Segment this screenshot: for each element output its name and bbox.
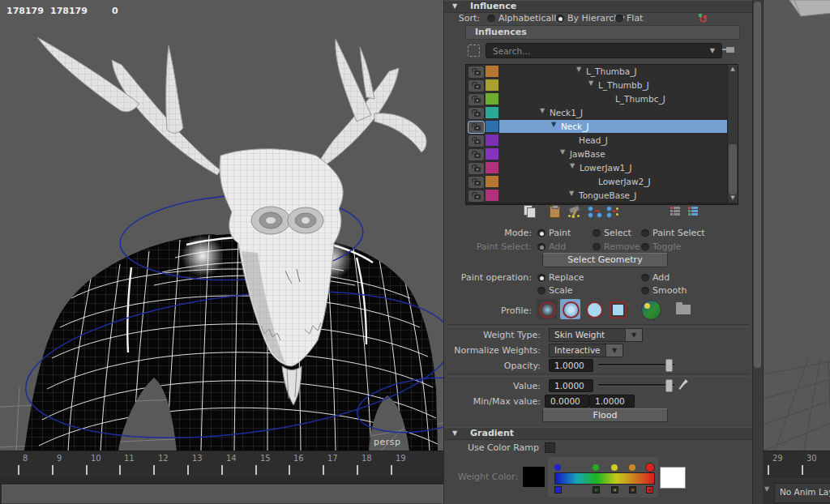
lock-icon[interactable] [468,79,485,92]
mode-paint-select-radio[interactable] [641,229,649,237]
brush-square[interactable] [607,299,627,319]
brush-soft[interactable] [560,299,580,319]
ramp-stop-delete[interactable]: ✕ [629,486,636,493]
gradient-section-header[interactable]: ▼ Gradient [444,427,753,440]
paintop-smooth-radio[interactable] [641,287,649,295]
max-value-field[interactable]: 1.0000 [589,395,635,408]
search-input[interactable] [491,45,697,58]
mode-select-radio[interactable] [593,229,601,237]
timeline-tick[interactable] [153,465,155,475]
paintop-smooth-label[interactable]: Smooth [652,285,687,296]
lock-icon[interactable] [468,162,485,175]
expander-triangle-icon[interactable]: ▼ [576,66,581,73]
expand-list-icon[interactable] [670,205,685,218]
mode-paint-select-label[interactable]: Paint Select [652,228,705,238]
lock-icon[interactable] [468,66,485,79]
viewport-right[interactable] [762,0,830,451]
timeline-tick[interactable] [187,465,189,475]
use-color-ramp-checkbox[interactable] [545,442,555,453]
influence-row[interactable]: ▼L_Thumba_J [466,65,727,79]
timeline-tick[interactable] [18,465,19,475]
lock-icon[interactable] [468,93,485,106]
brush-image-icon[interactable] [641,300,661,320]
chevron-down-icon[interactable]: ▼ [710,47,715,54]
timeline-tick[interactable] [221,465,223,475]
influence-row[interactable]: ▼L_Thumbb_J [466,79,727,93]
lock-icon[interactable] [468,135,485,147]
sort-flat-radio[interactable] [615,15,623,23]
timeline-tick[interactable] [391,465,392,475]
influence-row[interactable]: L_Thumbc_J [466,92,727,107]
hammer-weights-icon[interactable] [567,205,582,218]
brush-solid[interactable] [584,299,604,319]
joint-color-swatch[interactable] [486,93,498,105]
influence-row[interactable]: ▼Neck1_J [466,106,727,121]
ramp-stop-handle[interactable] [645,463,655,472]
weight-color-white-swatch[interactable] [660,467,686,489]
expander-triangle-icon[interactable]: ▼ [560,148,565,156]
range-slider-bar[interactable] [2,485,443,504]
joint-color-swatch[interactable] [486,148,498,160]
color-ramp-widget[interactable]: ✕✕✕✕ [548,457,658,498]
chevron-down-icon[interactable]: ▼ [605,344,622,357]
influence-row[interactable]: Head_J [466,134,727,148]
sort-alphabetically-radio[interactable] [487,15,495,23]
normalize-weights-dropdown[interactable]: Interactive ▼ [549,344,623,357]
expander-triangle-icon[interactable]: ▼ [551,121,556,128]
search-box[interactable]: ▼ [486,43,722,58]
opacity-field[interactable]: 1.0000 [549,359,593,372]
filter-icon[interactable] [468,45,480,57]
panel-scrollbar[interactable] [752,0,763,504]
folder-icon[interactable] [676,305,691,314]
sort-alphabetically-label[interactable]: Alphabetically [498,13,562,23]
expander-triangle-icon[interactable]: ▼ [588,79,593,87]
influence-row[interactable]: LowerJaw2_J [466,175,727,190]
paste-weights-icon[interactable] [548,205,563,218]
influence-row[interactable]: ▼JawBase [466,147,727,162]
timeline-tick[interactable] [802,465,803,475]
copy-weights-icon[interactable] [524,205,538,218]
flood-button[interactable]: Flood [542,408,668,422]
joint-color-swatch[interactable] [486,190,498,201]
chevron-down-icon[interactable]: ▼ [764,485,769,493]
scroll-down-icon[interactable]: ▼ [728,194,738,203]
influence-list-scrollbar[interactable]: ▲ ▼ [727,65,738,203]
panel-scrollbar-thumb[interactable] [754,2,761,368]
timeline-tick[interactable] [119,465,121,475]
influence-row[interactable]: ▼Neck_J [466,120,727,135]
mode-paint-radio[interactable] [537,229,545,237]
sort-by-hierarchy-radio[interactable] [556,15,564,23]
pin-icon[interactable] [726,47,734,53]
collapse-triangle-icon[interactable]: ▼ [452,2,457,10]
ramp-stop-handle[interactable] [593,464,599,471]
time-slider[interactable]: 8910111213141516171819 [0,451,443,479]
eyedropper-icon[interactable] [677,378,690,391]
timeline-tick[interactable] [255,465,257,475]
chevron-down-icon[interactable]: ▼ [625,329,642,341]
value-slider[interactable] [598,379,674,391]
collapse-list-icon[interactable] [688,205,703,218]
ramp-stop-delete[interactable]: ✕ [611,486,618,493]
ramp-stop-handle[interactable] [554,464,561,471]
paintop-replace-radio[interactable] [537,274,545,282]
value-field[interactable]: 1.0000 [549,379,593,392]
collapse-triangle-icon[interactable]: ▼ [452,429,457,437]
influence-row[interactable]: ▼LowerJaw1_J [466,161,727,176]
anim-layer-selector[interactable]: No Anim Layer [774,483,830,503]
joint-color-swatch[interactable] [486,66,498,77]
ramp-stop-handle[interactable] [611,464,618,471]
weight-type-dropdown[interactable]: Skin Weight ▼ [549,328,643,342]
time-slider-right[interactable]: 2930 [762,451,830,479]
timeline-tick[interactable] [323,465,324,475]
sort-flat-label[interactable]: Flat [627,13,643,23]
lock-icon[interactable] [468,107,485,120]
range-slider[interactable] [0,478,443,504]
paintop-scale-label[interactable]: Scale [549,285,573,296]
joint-color-swatch[interactable] [486,107,498,118]
viewport-3d[interactable]: 178179 178179 0 persp [0,0,443,451]
lock-icon[interactable] [468,190,485,203]
influence-list[interactable]: ▼L_Thumba_J▼L_Thumbb_JL_Thumbc_J▼Neck1_J… [465,64,738,205]
paintop-add-radio[interactable] [641,274,649,282]
ramp-stop-handle[interactable] [629,464,635,471]
joint-color-swatch[interactable] [486,135,498,146]
